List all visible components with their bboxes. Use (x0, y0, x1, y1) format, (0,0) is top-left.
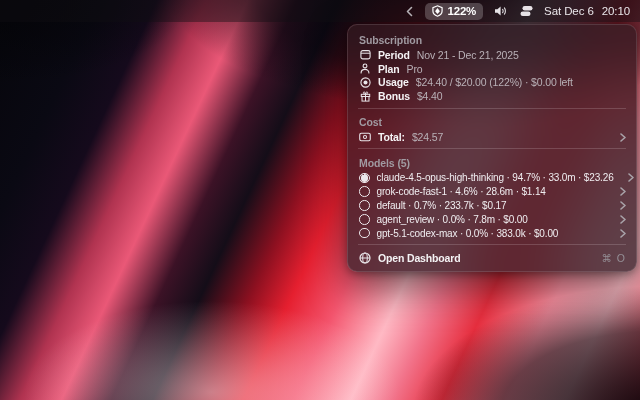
model-row-claude-4-5-opus-high-thinking[interactable]: claude-4.5-opus-high-thinking · 94.7% · … (348, 171, 636, 185)
bonus-value: $4.40 (417, 90, 443, 102)
shield-meter-icon (432, 5, 443, 17)
cost-section-header: Cost (348, 113, 636, 130)
model-pie-icon (359, 173, 370, 184)
divider (358, 148, 626, 149)
model-row-agent-review[interactable]: agent_review · 0.0% · 7.8m · $0.00 (348, 212, 636, 226)
menubar-date: Sat Dec 6 (544, 5, 594, 17)
open-dashboard-shortcut: ⌘ O (601, 252, 626, 264)
person-icon (359, 63, 371, 74)
model-row-grok-code-fast-1[interactable]: grok-code-fast-1 · 4.6% · 28.6m · $1.14 (348, 185, 636, 199)
model-circle-icon (359, 200, 370, 211)
open-dashboard-row[interactable]: Open Dashboard ⌘ O (348, 250, 636, 266)
calendar-icon (359, 49, 371, 60)
usage-dropdown-panel: Subscription Period Nov 21 - Dec 21, 202… (347, 24, 637, 272)
menu-bar: 122% Sat Dec 620:10 (0, 0, 640, 22)
bonus-label: Bonus (378, 90, 410, 102)
menubar-collapse-chevron-icon[interactable] (405, 6, 414, 17)
chevron-right-icon (620, 201, 626, 210)
open-dashboard-label: Open Dashboard (378, 252, 461, 264)
usage-value: $24.40 / $20.00 (122%) · $0.00 left (416, 76, 573, 88)
models-section-header: Models (5) (348, 154, 636, 171)
chevron-right-icon (620, 215, 626, 224)
period-value: Nov 21 - Dec 21, 2025 (417, 49, 519, 61)
period-row: Period Nov 21 - Dec 21, 2025 (348, 48, 636, 62)
divider (358, 244, 626, 245)
usage-row: Usage $24.40 / $20.00 (122%) · $0.00 lef… (348, 76, 636, 90)
model-row-text: default · 0.7% · 233.7k · $0.17 (377, 200, 507, 211)
model-row-text: grok-code-fast-1 · 4.6% · 28.6m · $1.14 (377, 186, 546, 197)
plan-row: Plan Pro (348, 62, 636, 76)
chevron-right-icon (628, 173, 634, 182)
chevron-right-icon (620, 133, 626, 142)
model-row-text: claude-4.5-opus-high-thinking · 94.7% · … (377, 172, 614, 183)
bonus-row: Bonus $4.40 (348, 89, 636, 103)
model-circle-icon (359, 214, 370, 225)
usage-label: Usage (378, 76, 409, 88)
divider (358, 108, 626, 109)
model-row-text: gpt-5.1-codex-max · 0.0% · 383.0k · $0.0… (377, 228, 559, 239)
banknote-icon (359, 132, 371, 142)
period-label: Period (378, 49, 410, 61)
plan-label: Plan (378, 63, 400, 75)
model-row-gpt-5-1-codex-max[interactable]: gpt-5.1-codex-max · 0.0% · 383.0k · $0.0… (348, 226, 636, 240)
volume-icon[interactable] (494, 5, 509, 17)
usage-percent: 122% (447, 5, 476, 17)
chevron-right-icon (620, 229, 626, 238)
model-row-text: agent_review · 0.0% · 7.8m · $0.00 (377, 214, 528, 225)
model-circle-icon (359, 186, 370, 197)
total-value: $24.57 (412, 131, 443, 143)
total-cost-row[interactable]: Total: $24.57 (348, 130, 636, 144)
usage-menubar-pill[interactable]: 122% (425, 3, 483, 20)
menubar-time: 20:10 (602, 5, 630, 17)
subscription-section-header: Subscription (348, 31, 636, 48)
shelf-icon[interactable] (520, 5, 533, 17)
gift-icon (359, 91, 371, 102)
model-circle-icon (359, 228, 370, 239)
globe-icon (359, 252, 371, 264)
total-label: Total: (378, 131, 405, 143)
chevron-right-icon (620, 187, 626, 196)
plan-value: Pro (407, 63, 423, 75)
model-row-default[interactable]: default · 0.7% · 233.7k · $0.17 (348, 199, 636, 213)
target-icon (359, 77, 371, 88)
menubar-clock[interactable]: Sat Dec 620:10 (544, 5, 630, 17)
